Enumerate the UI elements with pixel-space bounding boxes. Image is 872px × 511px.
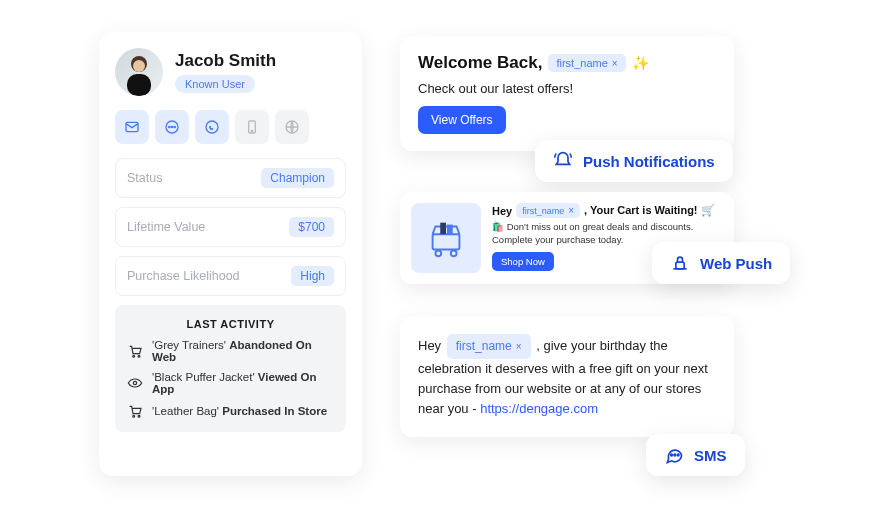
welcome-title-text: Welcome Back, — [418, 53, 542, 73]
profile-header: Jacob Smith Known User — [115, 48, 346, 96]
svg-point-14 — [133, 381, 136, 384]
pl-value: High — [291, 266, 334, 286]
svg-point-15 — [133, 415, 135, 417]
welcome-title: Welcome Back, first_name× ✨ — [418, 53, 716, 73]
whatsapp-icon[interactable] — [195, 110, 229, 144]
status-value: Champion — [261, 168, 334, 188]
status-label: Status — [127, 171, 162, 185]
globe-icon[interactable] — [275, 110, 309, 144]
svg-point-8 — [206, 121, 218, 133]
svg-point-24 — [674, 454, 676, 456]
svg-point-20 — [435, 250, 441, 256]
close-icon[interactable]: × — [612, 58, 618, 69]
pill-label: SMS — [694, 447, 727, 464]
svg-point-25 — [677, 454, 679, 456]
activity-item: 'Grey Trainers' Abandoned On Web — [127, 339, 334, 363]
status-row: Status Champion — [115, 158, 346, 198]
svg-rect-18 — [440, 223, 446, 235]
view-offers-button[interactable]: View Offers — [418, 106, 506, 134]
pill-label: Push Notifications — [583, 153, 715, 170]
email-icon[interactable] — [115, 110, 149, 144]
svg-point-6 — [171, 126, 172, 127]
svg-rect-19 — [447, 225, 453, 235]
svg-point-7 — [174, 126, 175, 127]
eye-icon — [127, 375, 143, 391]
avatar — [115, 48, 163, 96]
sms-card: Hey first_name × , give your birthday th… — [400, 316, 734, 437]
push-notifications-pill[interactable]: Push Notifications — [535, 140, 733, 182]
firstname-chip[interactable]: first_name× — [548, 54, 625, 72]
svg-point-13 — [138, 355, 140, 357]
svg-point-23 — [671, 454, 673, 456]
ltv-value: $700 — [289, 217, 334, 237]
welcome-card: Welcome Back, first_name× ✨ Check out ou… — [400, 36, 734, 151]
svg-point-21 — [451, 250, 457, 256]
known-user-tag: Known User — [175, 75, 255, 93]
shop-now-button[interactable]: Shop Now — [492, 252, 554, 271]
cart-title: Hey first_name× , Your Cart is Waiting! … — [492, 203, 723, 218]
activity-item: 'Leather Bag' Purchased In Store — [127, 403, 334, 419]
welcome-subtitle: Check out our latest offers! — [418, 81, 716, 96]
cart-icon — [127, 343, 143, 359]
svg-rect-1 — [127, 74, 151, 96]
close-icon[interactable]: × — [568, 205, 574, 216]
cart-icon — [127, 403, 143, 419]
cart-image — [411, 203, 481, 273]
activity-text: 'Leather Bag' Purchased In Store — [152, 405, 327, 417]
svg-point-2 — [133, 60, 145, 72]
bell-icon — [553, 151, 573, 171]
profile-card: Jacob Smith Known User Status Champion L… — [99, 32, 362, 476]
lock-bell-icon — [670, 253, 690, 273]
svg-point-5 — [169, 126, 170, 127]
sms-pill[interactable]: SMS — [646, 434, 745, 476]
svg-point-10 — [251, 130, 252, 131]
firstname-chip[interactable]: first_name× — [516, 203, 580, 218]
channel-row — [115, 110, 346, 144]
web-push-pill[interactable]: Web Push — [652, 242, 790, 284]
chat-icon[interactable] — [155, 110, 189, 144]
sms-text: Hey first_name × , give your birthday th… — [418, 334, 716, 419]
pl-row: Purchase Likelihood High — [115, 256, 346, 296]
pill-label: Web Push — [700, 255, 772, 272]
activity-heading: LAST ACTIVITY — [127, 318, 334, 330]
mobile-icon[interactable] — [235, 110, 269, 144]
svg-point-12 — [133, 355, 135, 357]
activity-text: 'Grey Trainers' Abandoned On Web — [152, 339, 334, 363]
svg-point-16 — [138, 415, 140, 417]
ltv-label: Lifetime Value — [127, 220, 205, 234]
close-icon[interactable]: × — [516, 339, 522, 355]
svg-rect-22 — [676, 262, 684, 269]
firstname-chip[interactable]: first_name × — [447, 334, 531, 359]
chat-icon — [664, 445, 684, 465]
profile-name: Jacob Smith — [175, 51, 276, 71]
sms-link[interactable]: https://dengage.com — [480, 401, 598, 416]
activity-box: LAST ACTIVITY 'Grey Trainers' Abandoned … — [115, 305, 346, 432]
activity-item: 'Black Puffer Jacket' Viewed On App — [127, 371, 334, 395]
pl-label: Purchase Likelihood — [127, 269, 240, 283]
ltv-row: Lifetime Value $700 — [115, 207, 346, 247]
sparkle-icon: ✨ — [632, 55, 649, 71]
activity-text: 'Black Puffer Jacket' Viewed On App — [152, 371, 334, 395]
svg-rect-17 — [433, 234, 460, 249]
